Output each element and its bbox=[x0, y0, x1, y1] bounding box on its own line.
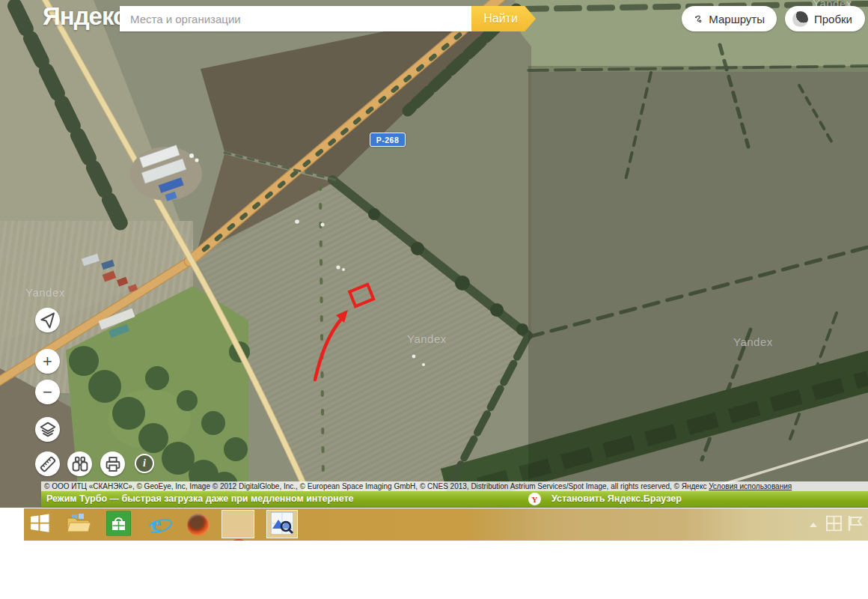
terms-link[interactable]: Условия использования bbox=[709, 482, 792, 490]
geolocation-button[interactable] bbox=[35, 308, 60, 332]
bottom-whitespace bbox=[0, 541, 868, 599]
store-icon bbox=[106, 511, 131, 535]
orange-browser-button[interactable] bbox=[187, 514, 210, 536]
flag-icon bbox=[847, 515, 864, 532]
route-icon bbox=[694, 10, 703, 27]
tray-window-grid-button[interactable] bbox=[826, 515, 842, 534]
ruler-button[interactable] bbox=[35, 451, 60, 476]
info-button[interactable]: i bbox=[135, 454, 154, 473]
windows-logo-icon bbox=[30, 513, 50, 533]
traffic-label: Пробки bbox=[814, 13, 852, 25]
photo-viewer-button[interactable] bbox=[271, 512, 293, 538]
show-hidden-icons-button[interactable] bbox=[810, 523, 817, 527]
photo-viewer-icon bbox=[271, 512, 293, 535]
search-box bbox=[120, 6, 471, 31]
binoculars-icon bbox=[69, 453, 91, 475]
yandex-logo[interactable]: Яндекс bbox=[43, 2, 126, 31]
action-center-button[interactable] bbox=[847, 515, 864, 535]
active-app-highlight bbox=[221, 510, 254, 538]
windows-taskbar: e bbox=[24, 508, 868, 541]
printer-icon bbox=[102, 453, 124, 475]
internet-explorer-button[interactable]: e bbox=[147, 512, 172, 538]
copyright-text: © ООО ИТЦ «СКАНЭКС», © GeoEye, Inc, Imag… bbox=[44, 482, 709, 490]
road-sign-p268: Р-268 bbox=[370, 133, 406, 147]
geolocation-arrow-icon bbox=[37, 309, 59, 332]
file-explorer-button[interactable] bbox=[66, 512, 91, 538]
satellite-imagery bbox=[0, 0, 868, 508]
install-browser-link[interactable]: Установить Яндекс.Браузер bbox=[551, 491, 682, 507]
yandex-browser-icon: Y bbox=[528, 493, 541, 505]
window-grid-icon bbox=[826, 515, 842, 531]
windows-store-button[interactable] bbox=[106, 511, 131, 538]
satellite-map[interactable]: Yandex Yandex Yandex Yandex Р-268 bbox=[0, 0, 868, 508]
zoom-out-button[interactable]: − bbox=[35, 380, 60, 404]
print-button[interactable] bbox=[100, 451, 125, 476]
binoculars-button[interactable] bbox=[67, 451, 92, 476]
folder-icon bbox=[66, 512, 91, 535]
search-button[interactable]: Найти bbox=[471, 6, 536, 31]
ie-ring-icon bbox=[145, 516, 174, 535]
start-button[interactable] bbox=[30, 513, 50, 536]
screenshot-root: { "topbar": { "logo": "Яндекс", "search_… bbox=[0, 0, 868, 599]
turbo-mode-text: Режим Турбо — быстрая загрузка даже при … bbox=[46, 491, 354, 507]
routes-label: Маршруты bbox=[709, 13, 765, 25]
turbo-promo-bar: Режим Турбо — быстрая загрузка даже при … bbox=[41, 491, 868, 508]
ruler-icon bbox=[37, 453, 59, 475]
copyright-bar: © ООО ИТЦ «СКАНЭКС», © GeoEye, Inc, Imag… bbox=[41, 481, 868, 491]
dark-tile-overlay bbox=[528, 66, 868, 508]
routes-button[interactable]: Маршруты bbox=[682, 6, 777, 31]
layers-icon bbox=[37, 419, 59, 441]
traffic-light-icon bbox=[792, 11, 808, 27]
zoom-in-button[interactable]: + bbox=[35, 349, 60, 374]
taskbar-left-gap bbox=[0, 508, 24, 541]
search-input[interactable] bbox=[120, 6, 471, 31]
traffic-button[interactable]: Пробки bbox=[785, 6, 865, 31]
layers-button[interactable] bbox=[35, 417, 60, 442]
